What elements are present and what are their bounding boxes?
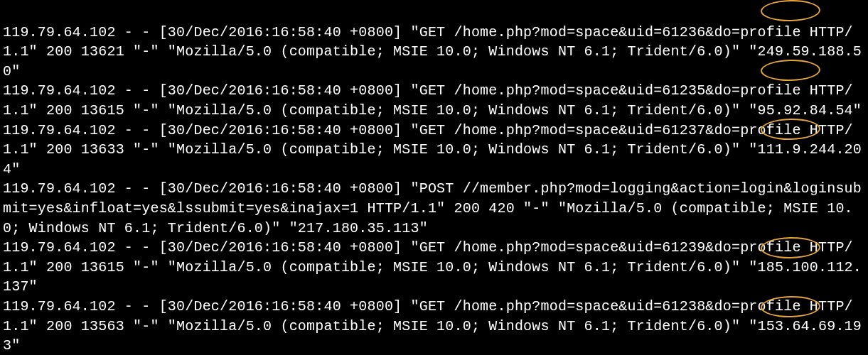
highlight-ellipse bbox=[761, 0, 821, 22]
access-log-text: 119.79.64.102 - - [30/Dec/2016:16:58:40 … bbox=[3, 24, 862, 354]
terminal-output: 119.79.64.102 - - [30/Dec/2016:16:58:40 … bbox=[0, 0, 868, 355]
highlight-ellipse bbox=[761, 59, 821, 81]
